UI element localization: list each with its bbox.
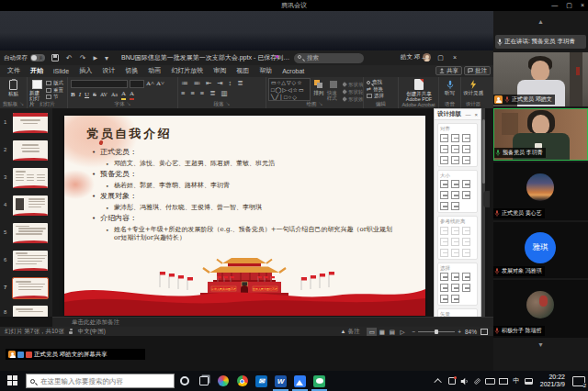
taskbar-search-input[interactable] (39, 376, 158, 386)
guide-icon[interactable] (451, 227, 459, 235)
cortana-icon[interactable] (175, 371, 194, 391)
slide-number-status[interactable]: 幻灯片 第7张，共10张 (5, 328, 64, 336)
taskbar-search[interactable] (26, 374, 175, 388)
select-icon[interactable] (440, 284, 448, 292)
participant-video-tile[interactable]: 正式党员 邓皓文 (493, 52, 588, 106)
design-panel-scrollbar[interactable] (481, 108, 485, 328)
size-icon[interactable] (451, 180, 459, 188)
size-icon[interactable] (440, 180, 448, 188)
align-center-icon[interactable]: ≡ (190, 89, 194, 98)
align-icon[interactable] (440, 134, 448, 142)
slide-thumbnail[interactable] (13, 113, 48, 133)
tab-insert[interactable]: 插入 (78, 65, 93, 77)
underline-button[interactable]: U (85, 91, 89, 99)
select-button[interactable]: 选择 (367, 93, 398, 100)
size-icon[interactable] (462, 180, 470, 188)
wechat-icon[interactable] (310, 371, 329, 391)
guide-icon[interactable] (462, 227, 470, 235)
tab-transitions[interactable]: 切换 (124, 65, 139, 77)
font-name-box[interactable] (71, 80, 128, 88)
meeting-maximize-button[interactable]: ▢ (566, 0, 572, 10)
display-icon[interactable] (497, 371, 510, 391)
ime-language-indicator[interactable]: 中 (510, 371, 523, 391)
size-icon[interactable] (451, 191, 459, 199)
select-icon[interactable] (462, 273, 470, 281)
tab-slideshow[interactable]: 幻灯片放映 (170, 65, 204, 77)
ppt-minimize-button[interactable]: — (422, 50, 428, 64)
qat-more-icon[interactable]: ▾ (105, 51, 108, 65)
tab-help[interactable]: 帮助 (258, 65, 273, 77)
tab-file[interactable]: 文件 (6, 65, 21, 77)
guide-icon[interactable] (462, 249, 470, 257)
ppt-restore-button[interactable]: ▢ (437, 50, 444, 64)
guide-icon[interactable] (440, 227, 448, 235)
paste-button[interactable]: 粘贴 (0, 78, 27, 96)
meeting-minimize-button[interactable]: — (551, 0, 558, 10)
slideshow-view-button[interactable]: ▷ (397, 328, 407, 336)
slide-thumbnail-selected[interactable] (13, 278, 48, 298)
accessibility-icon[interactable] (69, 329, 74, 335)
increase-indent-icon[interactable]: ⇥ (217, 79, 222, 88)
shapes-gallery[interactable]: ▭○△▽◇☆ □◯▷◁☆▭ ╲╱│□○◇ (268, 78, 311, 101)
participant-avatar-tile[interactable]: 正式党员 黄心艺 (493, 162, 588, 220)
collapse-arrow-button[interactable]: ▲ (493, 18, 588, 25)
quick-styles-button[interactable]: 快速样式 (327, 78, 341, 101)
slide-thumbnail[interactable] (13, 196, 48, 216)
design-ideas-button[interactable]: 设计灵感 (461, 78, 485, 95)
ppt-close-button[interactable]: × (453, 50, 457, 64)
create-pdf-button[interactable]: 创建并共享 Adobe PDF (399, 78, 439, 102)
guide-icon[interactable] (440, 238, 448, 246)
task-view-icon[interactable] (194, 371, 213, 391)
highlight-color-button[interactable]: A (121, 90, 126, 100)
zoom-slider[interactable] (418, 331, 455, 332)
tab-design[interactable]: 设计 (101, 65, 116, 77)
font-size-box[interactable] (130, 80, 144, 88)
taskbar-clock[interactable]: 20:22 2021/3/9 (536, 374, 570, 389)
select-icon[interactable] (451, 273, 459, 281)
share-button[interactable]: 共享 (435, 66, 462, 75)
bullets-icon[interactable]: ≔ (181, 79, 188, 88)
italic-button[interactable]: I (79, 91, 81, 99)
shape-fill-button[interactable]: 形状填充 (343, 81, 363, 88)
redo-icon[interactable]: ↷ (80, 51, 86, 65)
action-center-icon[interactable]: 2 (570, 371, 588, 391)
tab-view[interactable]: 视图 (235, 65, 250, 77)
align-icon[interactable] (451, 134, 459, 142)
touch-keyboard-icon[interactable] (523, 371, 536, 391)
tab-review[interactable]: 审阅 (212, 65, 227, 77)
panel-minimize-button[interactable]: — (465, 112, 470, 117)
paint-app-icon[interactable] (213, 371, 232, 391)
align-icon[interactable] (462, 134, 470, 142)
save-icon[interactable] (51, 54, 59, 61)
fit-slide-icon[interactable] (481, 329, 488, 335)
dialog-launcher-icon[interactable]: ↘ (19, 101, 25, 106)
keyboard-icon[interactable] (484, 371, 497, 391)
more-participants-arrow[interactable]: ▼ (493, 341, 588, 348)
numbering-icon[interactable]: ≕ (194, 79, 201, 88)
volume-icon[interactable] (458, 371, 471, 391)
participant-video-tile-speaking[interactable]: 预备党员 李玥青 (493, 108, 588, 161)
tab-home[interactable]: 开始 (29, 65, 44, 78)
grow-font-icon[interactable]: A˄ (146, 80, 154, 88)
change-case-icon[interactable]: Aa (111, 91, 118, 99)
notes-bar[interactable]: 单击此处添加备注 (52, 317, 493, 327)
meeting-close-button[interactable]: × (581, 0, 584, 10)
slide-thumbnail[interactable] (13, 223, 48, 243)
word-icon[interactable]: W (271, 371, 290, 391)
reading-view-button[interactable]: ▤ (387, 328, 397, 336)
ppt-search-box[interactable]: 搜索 (294, 53, 364, 63)
slide[interactable]: 党员自我介绍 正式党员： 邓皓文、涂悦、黄心艺、王超男、陈君妍、董敏、班元浩 预… (64, 116, 425, 316)
slideshow-icon[interactable]: ▶ (93, 51, 97, 65)
photos-app-icon[interactable] (290, 371, 310, 391)
select-icon[interactable] (451, 295, 459, 303)
mail-icon[interactable]: ✉ (252, 371, 271, 391)
tab-acrobat[interactable]: Acrobat (281, 67, 305, 76)
align-icon[interactable] (451, 145, 459, 153)
select-icon[interactable] (440, 273, 448, 281)
panel-collapse-handle[interactable] (483, 191, 490, 207)
undo-icon[interactable]: ↶ (66, 51, 73, 65)
decrease-indent-icon[interactable]: ⇤ (206, 79, 211, 88)
participant-avatar-tile[interactable]: 积极分子 陈瑞哲 (493, 280, 588, 338)
layout-button[interactable]: 版式 (46, 80, 63, 87)
slide-thumbnail[interactable] (13, 306, 48, 317)
